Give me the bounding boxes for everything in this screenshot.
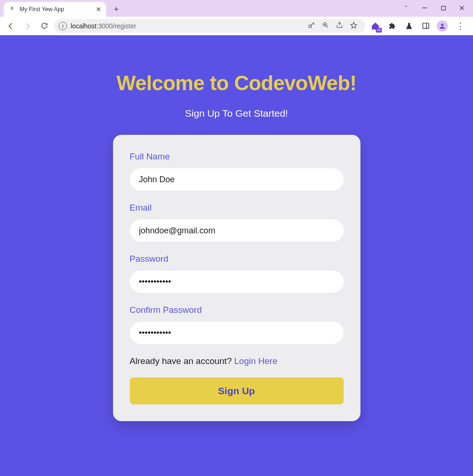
window-maximize-icon[interactable] — [435, 2, 452, 14]
label-email: Email — [130, 203, 344, 213]
input-confirm-password[interactable] — [130, 322, 344, 344]
window-controls: ˅ — [398, 2, 470, 14]
field-password: Password — [130, 254, 344, 293]
nav-forward-button[interactable] — [20, 19, 34, 33]
login-prompt-row: Already have an account? Login Here — [130, 356, 344, 366]
extension-icons: 20 ⋮ — [368, 20, 469, 32]
browser-tab[interactable]: My First Yew App ✕ — [4, 2, 106, 17]
login-link[interactable]: Login Here — [234, 356, 278, 366]
profile-avatar-icon[interactable] — [437, 20, 448, 32]
signup-card: Full Name Email Password Confirm Passwor… — [113, 135, 360, 421]
new-tab-button[interactable]: + — [110, 3, 123, 16]
svg-line-6 — [326, 26, 328, 27]
signup-button[interactable]: Sign Up — [130, 377, 344, 404]
tab-title: My First Yew App — [20, 6, 92, 13]
labs-flask-icon[interactable] — [403, 20, 414, 32]
page-heading: Welcome to CodevoWeb! — [117, 72, 357, 95]
field-confirm-password: Confirm Password — [130, 305, 344, 344]
browser-titlebar: My First Yew App ✕ + ˅ — [0, 0, 473, 17]
svg-rect-1 — [441, 6, 445, 10]
extension-home-icon[interactable]: 20 — [370, 20, 381, 32]
site-info-icon[interactable]: i — [59, 22, 67, 30]
url-host: localhost — [71, 22, 96, 30]
nav-back-button[interactable] — [4, 19, 18, 33]
label-password: Password — [130, 254, 344, 264]
browser-menu-icon[interactable]: ⋮ — [453, 21, 467, 31]
chevron-down-icon[interactable]: ˅ — [398, 2, 414, 14]
label-fullname: Full Name — [130, 152, 344, 162]
extensions-puzzle-icon[interactable] — [386, 20, 398, 32]
url-path: :3000/register — [96, 22, 136, 30]
bookmark-star-icon[interactable] — [350, 21, 358, 31]
input-email[interactable] — [130, 219, 344, 242]
address-bar-actions — [307, 21, 360, 31]
login-prompt-text: Already have an account? — [130, 356, 234, 366]
input-fullname[interactable] — [130, 168, 344, 191]
url-text: localhost:3000/register — [71, 22, 136, 30]
browser-toolbar: i localhost:3000/register 20 — [0, 17, 473, 35]
share-icon[interactable] — [336, 21, 343, 30]
page-subheading: Sign Up To Get Started! — [185, 108, 288, 119]
zoom-icon[interactable] — [322, 21, 329, 30]
window-minimize-icon[interactable] — [416, 2, 433, 14]
svg-rect-9 — [423, 23, 429, 28]
side-panel-icon[interactable] — [420, 20, 431, 32]
input-password[interactable] — [130, 271, 344, 293]
nav-reload-button[interactable] — [37, 19, 51, 33]
extension-badge: 20 — [376, 28, 382, 33]
key-icon[interactable] — [307, 21, 315, 31]
page-viewport: Welcome to CodevoWeb! Sign Up To Get Sta… — [0, 35, 473, 476]
tab-close-icon[interactable]: ✕ — [96, 6, 101, 13]
svg-point-4 — [309, 25, 312, 27]
field-fullname: Full Name — [130, 152, 344, 191]
window-close-icon[interactable] — [453, 2, 470, 14]
tab-favicon-icon — [8, 6, 16, 13]
label-confirm-password: Confirm Password — [130, 305, 344, 315]
svg-point-11 — [441, 23, 443, 26]
address-bar[interactable]: i localhost:3000/register — [54, 19, 365, 33]
field-email: Email — [130, 203, 344, 242]
